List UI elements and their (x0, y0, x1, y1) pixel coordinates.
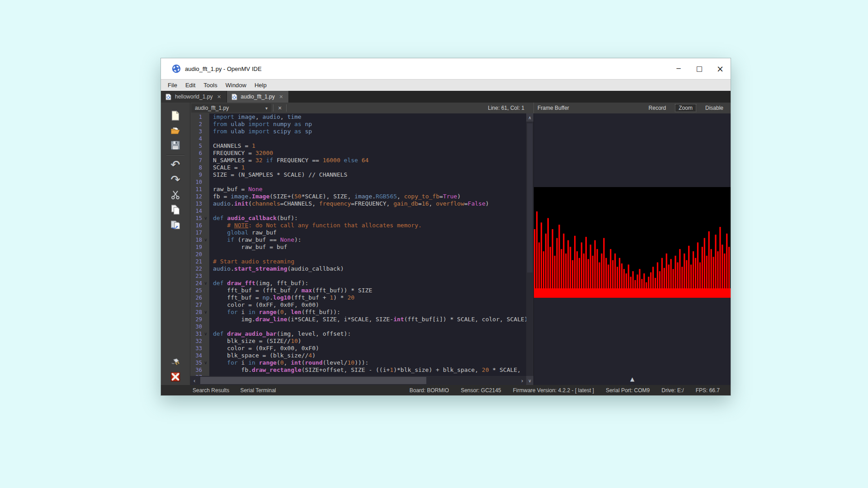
undo-button[interactable]: ↶ (168, 157, 183, 172)
undo-icon: ↶ (171, 159, 180, 170)
menu-file[interactable]: File (164, 80, 181, 91)
left-toolbar: ↶ ↷ (161, 103, 190, 385)
code-lines: 1import image, audio, time2from ulab imp… (190, 113, 526, 376)
chevron-down-icon[interactable]: ▾ (262, 103, 271, 113)
paste-button[interactable] (168, 217, 183, 232)
vertical-scroll-thumb[interactable] (527, 123, 533, 272)
code-line: 19 raw_buf = buf (190, 244, 526, 251)
save-file-button[interactable] (168, 138, 183, 153)
tab-label: helloworld_1.py (175, 94, 212, 100)
menu-edit[interactable]: Edit (181, 80, 199, 91)
serial-port-status: Serial Port: COM9 (606, 387, 650, 394)
code-line: 6FREQUENCY = 32000 (190, 150, 526, 157)
close-file-icon[interactable]: × (275, 104, 284, 112)
frame-buffer-panel: Frame Buffer Record Zoom Disable ▲ (533, 103, 731, 385)
expand-panel-icon[interactable]: ▲ (630, 376, 634, 382)
serial-terminal-button[interactable]: Serial Terminal (240, 387, 276, 394)
code-line: 33 color = (0xFF, 0x00, 0xF0) (190, 345, 526, 352)
toolbar-separator (166, 155, 184, 155)
cursor-position: Line: 61, Col: 1 (488, 105, 524, 111)
copy-icon (170, 203, 180, 216)
cut-button[interactable] (168, 187, 183, 202)
code-line: 35∨ for i in range(0, int(round(level/10… (190, 359, 526, 366)
save-icon (170, 139, 180, 151)
scroll-left-icon[interactable]: ‹ (190, 376, 198, 385)
disconnect-button[interactable] (168, 369, 183, 384)
openmv-logo-icon (172, 64, 181, 73)
code-line: 25 fft_buf = (fft_buf / max(fft_buf)) * … (190, 287, 526, 294)
code-line: 8SCALE = 1 (190, 164, 526, 171)
code-line: 9SIZE = (N_SAMPLES * SCALE) // CHANNELS (190, 171, 526, 178)
open-folder-icon (170, 125, 180, 136)
scroll-down-icon[interactable]: ∨ (526, 376, 533, 385)
new-file-button[interactable] (168, 108, 183, 123)
scroll-right-icon[interactable]: › (518, 376, 526, 385)
code-line: 3from ulab import scipy as sp (190, 128, 526, 135)
file-selector[interactable]: audio_fft_1.py ▾ (191, 103, 271, 113)
scroll-up-icon[interactable]: ∧ (526, 113, 533, 122)
code-line: 11raw_buf = None (190, 186, 526, 193)
tab-label: audio_fft_1.py (241, 94, 275, 100)
tab-close-icon[interactable]: × (278, 93, 284, 100)
fold-chevron-icon[interactable]: ∨ (202, 359, 209, 366)
menu-help[interactable]: Help (250, 80, 271, 91)
vertical-scrollbar[interactable]: ∧ (526, 113, 533, 376)
openmv-ide-window: audio_fft_1.py - OpenMV IDE ─ □ × File E… (161, 58, 731, 395)
tab-helloworld[interactable]: helloworld_1.py × (161, 91, 227, 103)
new-file-icon (170, 109, 180, 122)
code-line: 15∨def audio_callback(buf): (190, 215, 526, 222)
code-line: 29 img.draw_line(i*SCALE, SIZE, i*SCALE,… (190, 316, 526, 323)
window-controls: ─ □ × (668, 58, 731, 79)
code-editor[interactable]: 1import image, audio, time2from ulab imp… (190, 113, 533, 376)
menu-tools[interactable]: Tools (199, 80, 221, 91)
code-line: 1import image, audio, time (190, 113, 526, 121)
minimize-button[interactable]: ─ (668, 58, 689, 79)
search-results-button[interactable]: Search Results (193, 387, 229, 394)
fold-chevron-icon[interactable]: ∨ (202, 215, 209, 222)
file-selector-value: audio_fft_1.py (191, 103, 262, 113)
horizontal-scrollbar[interactable]: ‹ › ∨ (190, 376, 533, 385)
zoom-button[interactable]: Zoom (675, 104, 696, 112)
tab-close-icon[interactable]: × (216, 93, 222, 100)
fold-chevron-icon[interactable]: ∨ (202, 236, 209, 244)
maximize-button[interactable]: □ (689, 58, 710, 79)
frame-buffer-view: ▲ (533, 113, 731, 385)
record-button[interactable]: Record (645, 104, 670, 112)
open-file-button[interactable] (168, 123, 183, 138)
redo-button[interactable]: ↷ (168, 172, 183, 187)
code-line: 26 fft_buf = np.log10(fft_buf + 1) * 20 (190, 294, 526, 301)
code-line: 12fb = image.Image(SIZE+(50*SCALE), SIZE… (190, 193, 526, 200)
tab-audio-fft[interactable]: audio_fft_1.py × (227, 91, 289, 103)
code-line: 28∨ for i in range(0, len(fft_buf)): (190, 309, 526, 316)
fold-chevron-icon[interactable]: ∨ (202, 309, 209, 316)
code-line: 2from ulab import numpy as np (190, 121, 526, 128)
drive-status: Drive: E:/ (661, 387, 684, 394)
vertical-scroll-track[interactable] (526, 122, 533, 376)
toolbar-bottom-group (161, 354, 190, 384)
code-line: 27 color = (0xFF, 0x0F, 0x00) (190, 301, 526, 309)
copy-button[interactable] (168, 202, 183, 217)
divider (286, 104, 287, 112)
code-line: 21# Start audio streaming (190, 258, 526, 265)
code-line: 17 global raw_buf (190, 229, 526, 236)
red-x-icon (170, 371, 180, 383)
menu-bar: File Edit Tools Window Help (161, 79, 731, 91)
code-line: 10 (190, 178, 526, 186)
code-line: 32 blk_size = (SIZE//10) (190, 338, 526, 345)
cut-scissors-icon (170, 189, 180, 201)
fold-chevron-icon[interactable]: ∨ (202, 280, 209, 287)
fft-spectrum-image (534, 187, 731, 298)
status-bar-right: Board: BORMIO Sensor: GC2145 Firmware Ve… (410, 387, 720, 394)
close-button[interactable]: × (710, 58, 731, 79)
disable-button[interactable]: Disable (702, 104, 727, 112)
frame-buffer-header: Frame Buffer Record Zoom Disable (533, 103, 731, 113)
python-file-icon (231, 94, 237, 100)
horizontal-scroll-track[interactable] (198, 376, 518, 385)
menu-window[interactable]: Window (222, 80, 250, 91)
horizontal-scroll-thumb[interactable] (200, 377, 426, 384)
firmware-status: Firmware Version: 4.2.2 - [ latest ] (513, 387, 594, 394)
tab-bar: helloworld_1.py × audio_fft_1.py × (161, 91, 731, 103)
board-status: Board: BORMIO (410, 387, 449, 394)
fold-chevron-icon[interactable]: ∨ (202, 330, 209, 338)
connect-button[interactable] (168, 354, 183, 369)
